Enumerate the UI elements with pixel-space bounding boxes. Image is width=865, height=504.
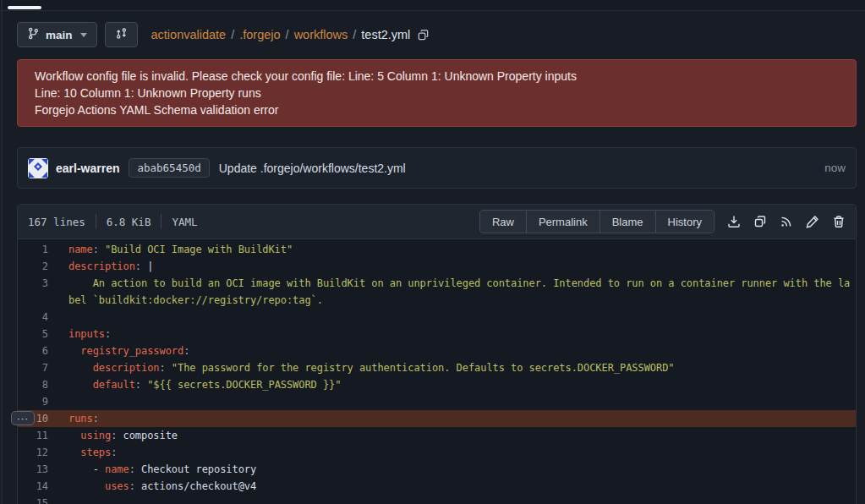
code-line: 4 [18, 309, 856, 326]
code-line: 1name: "Build OCI Image with BuildKit" [18, 241, 856, 258]
line-content: name: "Build OCI Image with BuildKit" [48, 241, 856, 258]
line-number[interactable]: 11 [18, 427, 48, 444]
active-tab-indicator [8, 6, 41, 9]
line-content: description: "The password for the regis… [48, 359, 856, 376]
code-line: 2description: | [18, 258, 856, 275]
line-number[interactable]: 15 [18, 495, 48, 504]
line-number[interactable]: 1 [18, 241, 48, 258]
file-info-divider [96, 214, 96, 229]
code-view: 1name: "Build OCI Image with BuildKit"2d… [18, 239, 856, 504]
line-number[interactable]: 13 [18, 461, 48, 478]
breadcrumb-current-file: test2.yml [361, 28, 410, 41]
file-view-card: 167 lines6.8 KiBYAML RawPermalinkBlameHi… [17, 204, 857, 504]
git-compare-icon [115, 27, 128, 42]
breadcrumb-separator: / [231, 28, 234, 41]
file-info-divider [161, 214, 162, 229]
view-button-raw[interactable]: Raw [480, 211, 526, 233]
line-content: runs: [48, 410, 856, 427]
window-left-edge [1, 0, 3, 504]
commit-time: now [824, 162, 846, 174]
line-content [48, 393, 856, 410]
line-number[interactable]: 4 [18, 309, 48, 326]
line-content: - name: Checkout repository [48, 461, 856, 478]
code-line: 14 uses: actions/checkout@v4 [18, 478, 856, 495]
line-number[interactable]: 5 [18, 326, 48, 342]
rss-icon[interactable] [780, 215, 793, 228]
code-line: 9 [18, 393, 856, 410]
branch-selector-button[interactable]: main [17, 22, 97, 47]
breadcrumb-link[interactable]: .forgejo [239, 28, 280, 41]
avatar[interactable] [28, 158, 48, 178]
error-banner-line: Forgejo Actions YAML Schema validation e… [35, 101, 839, 118]
code-line: 11 using: composite [18, 427, 856, 444]
latest-commit-bar: earl-warren abab65450d Update .forgejo/w… [17, 147, 857, 189]
copy-path-icon[interactable] [417, 29, 430, 41]
download-icon[interactable] [727, 215, 741, 228]
breadcrumb: actionvalidate/.forgejo/workflows/test2.… [151, 28, 411, 41]
code-line: 13 - name: Checkout repository [18, 461, 856, 478]
expand-section-button[interactable]: ··· [11, 411, 35, 425]
code-line: 7 description: "The password for the reg… [18, 359, 856, 376]
code-line: 6 registry_password: [18, 342, 856, 359]
line-content: default: "${{ secrets.DOCKER_PASSWORD }}… [48, 376, 856, 393]
edit-icon[interactable] [806, 215, 819, 228]
line-number[interactable]: 9 [18, 393, 48, 410]
code-line: 5inputs: [18, 326, 856, 342]
view-button-permalink[interactable]: Permalink [526, 211, 599, 233]
view-button-history[interactable]: History [655, 211, 714, 233]
breadcrumb-link[interactable]: actionvalidate [151, 28, 227, 41]
workflow-error-banner: Workflow config file is invalid. Please … [17, 59, 857, 127]
commit-message[interactable]: Update .forgejo/workflows/test2.yml [219, 162, 406, 175]
line-number[interactable]: 8 [18, 376, 48, 393]
delete-icon[interactable] [832, 215, 846, 228]
file-toolbar: main actionvalidate/.forgejo/workflows/t… [17, 22, 857, 47]
caret-down-icon [80, 33, 87, 37]
view-button-blame[interactable]: Blame [599, 211, 655, 233]
code-line: 12 steps: [18, 444, 856, 461]
view-button-group: RawPermalinkBlameHistory [479, 210, 714, 233]
code-line: 3 An action to build an OCI image with B… [18, 275, 856, 309]
line-content [48, 309, 856, 326]
breadcrumb-separator: / [353, 28, 356, 41]
error-banner-line: Workflow config file is invalid. Please … [35, 68, 839, 85]
line-content: registry_password: [48, 342, 856, 359]
compare-button[interactable] [105, 22, 138, 47]
line-content: steps: [48, 444, 856, 461]
code-line: ···10runs: [18, 410, 856, 427]
git-branch-icon [27, 27, 40, 42]
commit-author[interactable]: earl-warren [56, 162, 119, 175]
error-banner-line: Line: 10 Column 1: Unknown Property runs [35, 85, 839, 101]
file-info-item: 6.8 KiB [107, 216, 151, 228]
breadcrumb-separator: / [286, 28, 289, 41]
line-content: using: composite [48, 427, 856, 444]
code-line: 8 default: "${{ secrets.DOCKER_PASSWORD … [18, 376, 856, 393]
file-info-item: YAML [172, 216, 197, 228]
line-content: inputs: [48, 326, 856, 342]
code-line: 15 [18, 495, 856, 504]
line-number[interactable]: 6 [18, 342, 48, 359]
top-tab-bar [0, 0, 865, 11]
file-info: 167 lines6.8 KiBYAML [28, 214, 198, 229]
line-number[interactable]: 14 [18, 478, 48, 495]
line-number[interactable]: 2 [18, 258, 48, 275]
commit-sha-badge[interactable]: abab65450d [129, 158, 209, 178]
line-content: description: | [48, 258, 856, 275]
line-number[interactable]: 7 [18, 359, 48, 376]
line-content: uses: actions/checkout@v4 [48, 478, 856, 495]
breadcrumb-link[interactable]: workflows [294, 28, 348, 41]
repo-file-page: main actionvalidate/.forgejo/workflows/t… [17, 22, 857, 504]
line-number[interactable]: 12 [18, 444, 48, 461]
line-content [48, 495, 856, 504]
line-content: An action to build an OCI image with Bui… [48, 275, 856, 309]
branch-name: main [46, 29, 73, 41]
copy-file-icon[interactable] [753, 215, 767, 228]
line-number[interactable]: 3 [18, 275, 48, 309]
file-header: 167 lines6.8 KiBYAML RawPermalinkBlameHi… [18, 205, 856, 239]
file-info-item: 167 lines [28, 216, 85, 228]
